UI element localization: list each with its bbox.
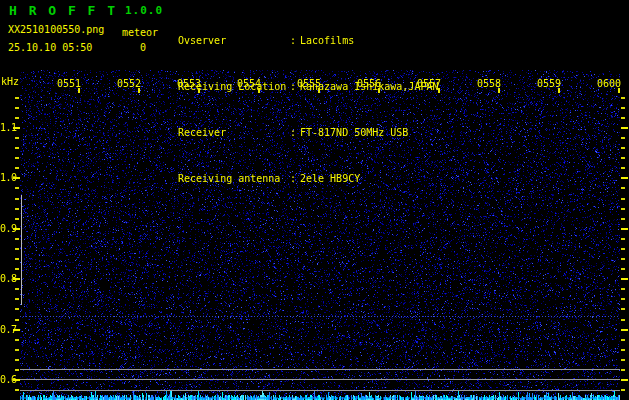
freq-tick-major [621,228,628,230]
capture-datetime: 25.10.10 05:50 [8,42,92,53]
freq-tick-minor [621,137,625,139]
freq-tick-minor [621,268,625,270]
freq-tick-minor [15,319,19,321]
freq-tick-minor [621,258,625,260]
freq-tick-major [621,127,628,129]
freq-tick-minor [621,298,625,300]
info-value: 2ele HB9CY [300,173,360,184]
freq-tick-minor [15,198,19,200]
carrier-line-0.60khz [20,379,620,380]
freq-tick-minor [15,349,19,351]
freq-tick-minor [621,349,625,351]
info-value: FT-817ND 50MHz USB [300,127,408,138]
freq-tick-minor [621,339,625,341]
freq-tick-minor [15,117,19,119]
freq-label: 0.8 [0,273,17,284]
freq-tick-minor [621,308,625,310]
time-tick [498,88,500,93]
output-file-name: XX2510100550.png [8,24,104,35]
carrier-line-0.62khz [20,369,620,370]
info-row-antenna: Receiving antenna:2ele HB9CY [178,171,438,186]
info-row-receiver: Receiver:FT-817ND 50MHz USB [178,125,438,140]
freq-label: 0.7 [0,324,17,335]
freq-tick-minor [621,238,625,240]
freq-tick-minor [15,298,19,300]
freq-tick-minor [621,107,625,109]
freq-tick-minor [15,157,19,159]
freq-tick-minor [621,359,625,361]
carrier-line-0.58khz [20,390,620,391]
freq-tick-minor [621,167,625,169]
hrofft-screen: H R O F F T 1.0.0 XX2510100550.png meteo… [0,0,629,400]
time-tick [258,88,260,93]
info-label: Receiver [178,125,290,140]
info-value: Lacofilms [300,35,354,46]
info-label: Ovserver [178,33,290,48]
freq-tick-minor [621,198,625,200]
freq-tick-minor [15,389,19,391]
freq-label: 0.9 [0,223,17,234]
info-separator: : [290,125,300,140]
freq-tick-minor [621,187,625,189]
freq-tick-minor [15,258,19,260]
freq-tick-minor [621,389,625,391]
freq-tick-minor [621,288,625,290]
freq-tick-major [621,379,628,381]
time-tick [318,88,320,93]
info-label: Receiving antenna [178,171,290,186]
freq-tick-minor [621,157,625,159]
freq-tick-minor [15,97,19,99]
freq-tick-major [621,329,628,331]
freq-tick-minor [15,248,19,250]
freq-tick-minor [15,369,19,371]
freq-tick-minor [15,268,19,270]
vertical-artifact-line [21,195,22,305]
freq-tick-minor [15,218,19,220]
freq-tick-minor [621,97,625,99]
freq-tick-minor [15,187,19,189]
freq-tick-minor [621,117,625,119]
freq-label: 1.0 [0,172,17,183]
freq-tick-minor [621,208,625,210]
time-tick [78,88,80,93]
freq-axis-unit: kHz [1,76,19,87]
freq-tick-minor [15,208,19,210]
faint-carrier-line-0.73khz [20,316,620,317]
freq-tick-minor [15,147,19,149]
mode-label: meteor [122,27,158,38]
freq-tick-minor [15,167,19,169]
info-separator: : [290,171,300,186]
freq-tick-minor [621,147,625,149]
app-version: 1.0.0 [125,4,163,17]
freq-tick-major [621,177,628,179]
time-tick [618,88,620,93]
freq-tick-minor [15,339,19,341]
freq-tick-minor [15,107,19,109]
freq-tick-minor [15,308,19,310]
freq-tick-minor [621,248,625,250]
freq-tick-minor [621,218,625,220]
info-row-observer: Ovserver:Lacofilms [178,33,438,48]
freq-tick-minor [621,369,625,371]
freq-label: 0.6 [0,374,17,385]
freq-tick-minor [15,238,19,240]
meteor-count: 0 [140,42,146,53]
freq-tick-minor [15,137,19,139]
info-separator: : [290,33,300,48]
freq-tick-minor [15,359,19,361]
freq-tick-major [621,278,628,280]
time-tick [438,88,440,93]
station-info: Ovserver:Lacofilms Receiving Location:Ka… [178,2,438,218]
time-tick [378,88,380,93]
app-title: H R O F F T [9,3,117,18]
time-tick [558,88,560,93]
freq-tick-minor [621,319,625,321]
time-tick [138,88,140,93]
freq-tick-minor [15,288,19,290]
freq-label: 1.1 [0,122,17,133]
time-tick [198,88,200,93]
